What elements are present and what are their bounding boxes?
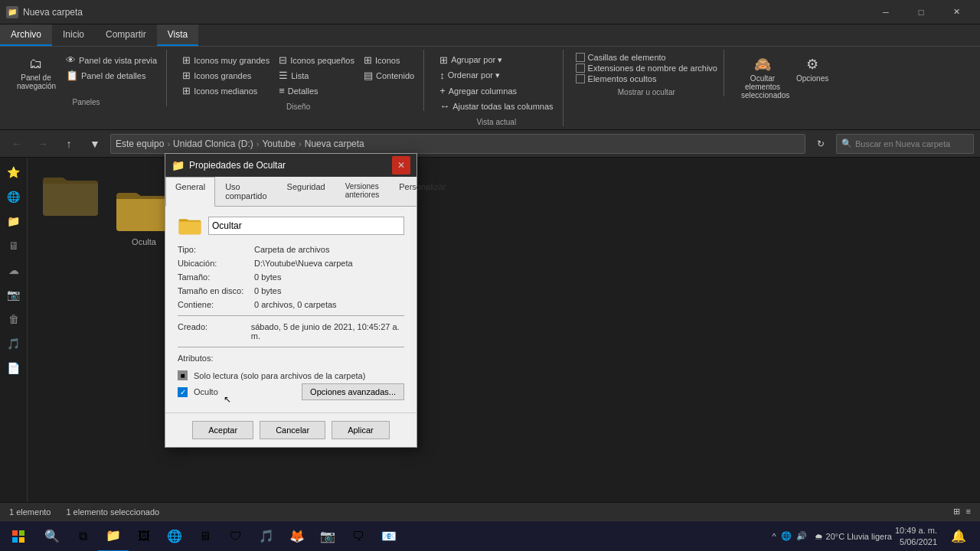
taskbar-icon-control[interactable]: 🖥	[190, 521, 220, 552]
clock-time: 10:49 a. m.	[895, 525, 937, 536]
taskbar-icon-camera[interactable]: 📷	[312, 521, 343, 552]
aplicar-button[interactable]: Aplicar	[332, 421, 390, 439]
tamanio-disco-value: 0 bytes	[254, 286, 281, 295]
clock-widget[interactable]: 10:49 a. m. 5/06/2021	[895, 525, 940, 547]
contiene-row: Contiene: 0 archivos, 0 carpetas	[178, 300, 404, 309]
tamanio-row: Tamaño: 0 bytes	[178, 272, 404, 282]
taskbar-icon-mail[interactable]: 📧	[374, 521, 404, 552]
hidden-row: ✓ Oculto ↖ Opciones avanzadas...	[178, 383, 404, 400]
creado-row: Creado: sábado, 5 de junio de 2021, 10:4…	[178, 322, 404, 341]
hidden-label: Oculto	[194, 387, 218, 396]
dialog-content: Tipo: Carpeta de archivos Ubicación: D:\…	[165, 207, 416, 412]
tipo-row: Tipo: Carpeta de archivos	[178, 245, 404, 254]
weather-widget[interactable]: 🌧 20°C Lluvia ligera	[815, 532, 892, 541]
contiene-value: 0 archivos, 0 carpetas	[254, 300, 337, 309]
sys-tray: ^ 🌐 🔊	[767, 531, 811, 541]
taskbar-icon-chat[interactable]: 🗨	[343, 521, 374, 552]
creado-label: Creado:	[178, 322, 251, 341]
ubicacion-value: D:\Youtube\Nueva carpeta	[254, 259, 353, 268]
tray-up-arrow[interactable]: ^	[772, 532, 776, 541]
ubicacion-label: Ubicación:	[178, 259, 254, 268]
taskbar: 🔍 ⧉ 📁 🖼 🌐 🖥 🛡 🎵 🦊 📷 🗨 📧 ^ 🌐 🔊 🌧 20°C Llu…	[0, 520, 980, 551]
readonly-row: ■ Solo lectura (solo para archivos de la…	[178, 370, 404, 380]
taskbar-explorer-button[interactable]: 📁	[98, 521, 129, 552]
attr-header-row: Atributos:	[178, 354, 404, 367]
tamanio-disco-label: Tamaño en disco:	[178, 286, 254, 295]
cancelar-button[interactable]: Cancelar	[260, 421, 325, 439]
taskbar-icon-music[interactable]: 🎵	[251, 521, 282, 552]
dialog-tab-uso-compartido[interactable]: Uso compartido	[215, 177, 276, 206]
dialog-close-button[interactable]: ✕	[392, 156, 410, 174]
dialog-tab-general[interactable]: General	[165, 177, 215, 207]
dialog-title-text: 📁 Propiedades de Ocultar	[172, 159, 286, 171]
dialog-footer: Aceptar Cancelar Aplicar	[165, 412, 416, 447]
notification-button[interactable]: 🔔	[943, 521, 974, 552]
dialog-tab-seguridad[interactable]: Seguridad	[277, 177, 335, 206]
cursor-indicator: ↖	[224, 394, 231, 405]
dialog-tabs: General Uso compartido Seguridad Version…	[165, 177, 416, 207]
readonly-label: Solo lectura (solo para archivos de la c…	[194, 371, 365, 380]
dialog-tab-personalizar[interactable]: Personalizar	[389, 177, 456, 206]
taskbar-icon-paint[interactable]: 🖼	[129, 521, 159, 552]
taskbar-icon-edge[interactable]: 🌐	[159, 521, 190, 552]
tamanio-value: 0 bytes	[254, 272, 281, 282]
taskbar-icon-firefox[interactable]: 🦊	[282, 521, 312, 552]
taskbar-icon-antivirus[interactable]: 🛡	[220, 521, 251, 552]
folder-name-input[interactable]	[208, 217, 404, 235]
svg-rect-2	[12, 537, 18, 543]
tipo-value: Carpeta de archivos	[254, 245, 329, 254]
creado-value: sábado, 5 de junio de 2021, 10:45:27 a. …	[251, 322, 404, 341]
aceptar-button[interactable]: Aceptar	[192, 421, 253, 439]
taskbar-right: ^ 🌐 🔊 🌧 20°C Lluvia ligera 10:49 a. m. 5…	[767, 521, 980, 551]
svg-rect-0	[12, 530, 18, 536]
windows-icon	[11, 530, 25, 543]
readonly-checkbox[interactable]: ■	[178, 370, 188, 380]
dialog-folder-row	[178, 216, 404, 236]
weather-icon: 🌧	[815, 532, 823, 541]
start-button[interactable]	[0, 521, 37, 552]
clock-date: 5/06/2021	[895, 536, 937, 547]
dialog-title-bar: 📁 Propiedades de Ocultar ✕	[165, 154, 416, 177]
dialog-tab-versiones[interactable]: Versiones anteriores	[335, 177, 389, 206]
attributes-section: Atributos: ■ Solo lectura (solo para arc…	[178, 354, 404, 400]
tray-volume-icon[interactable]: 🔊	[796, 531, 807, 541]
separator1	[178, 315, 404, 316]
separator2	[178, 347, 404, 347]
taskbar-left: 🔍 ⧉ 📁 🖼 🌐 🖥 🛡 🎵 🦊 📷 🗨 📧	[0, 521, 404, 551]
tamanio-disco-row: Tamaño en disco: 0 bytes	[178, 286, 404, 295]
tray-network-icon[interactable]: 🌐	[781, 531, 792, 541]
atributos-label: Atributos:	[178, 354, 213, 363]
contiene-label: Contiene:	[178, 300, 254, 309]
ubicacion-row: Ubicación: D:\Youtube\Nueva carpeta	[178, 259, 404, 268]
dialog-overlay: 📁 Propiedades de Ocultar ✕ General Uso c…	[0, 0, 980, 520]
properties-dialog: 📁 Propiedades de Ocultar ✕ General Uso c…	[165, 153, 417, 448]
svg-rect-1	[19, 530, 24, 536]
tipo-label: Tipo:	[178, 245, 254, 254]
weather-text: 20°C Lluvia ligera	[826, 532, 892, 541]
svg-rect-3	[19, 537, 24, 543]
dialog-title-icon: 📁	[172, 159, 185, 171]
taskbar-search-button[interactable]: 🔍	[37, 521, 67, 552]
tamanio-label: Tamaño:	[178, 272, 254, 282]
dialog-folder-icon	[178, 216, 202, 236]
opciones-avanzadas-button[interactable]: Opciones avanzadas...	[302, 383, 404, 400]
dialog-title-label: Propiedades de Ocultar	[189, 160, 286, 171]
taskbar-task-view-button[interactable]: ⧉	[67, 521, 98, 552]
hidden-checkbox[interactable]: ✓	[178, 387, 188, 397]
